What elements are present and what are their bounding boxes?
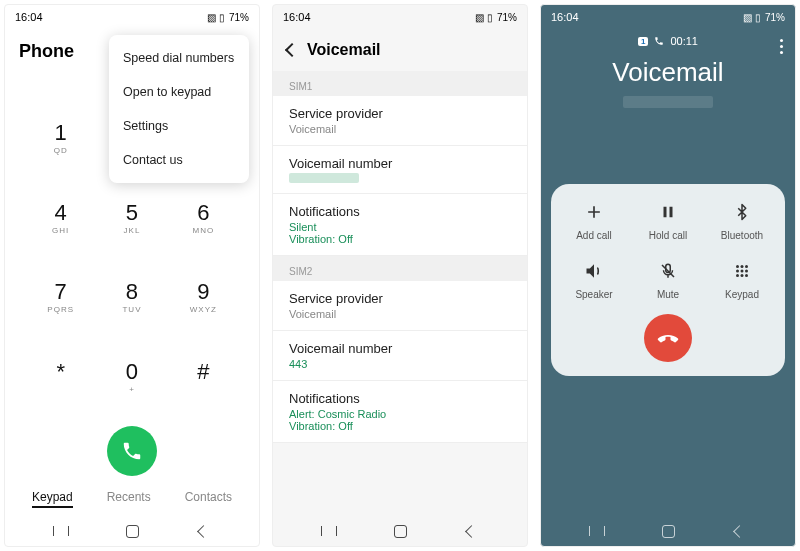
overflow-menu: Speed dial numbers Open to keypad Settin…: [109, 35, 249, 183]
svg-point-11: [745, 274, 748, 277]
nav-recents-button[interactable]: [582, 524, 612, 538]
speaker-button[interactable]: Speaker: [557, 259, 631, 300]
voicemail-settings-screen: 16:04 ▧ ▯ 71% Voicemail SIM1 Service pro…: [272, 4, 528, 547]
tab-keypad[interactable]: Keypad: [32, 490, 73, 508]
svg-point-8: [745, 270, 748, 273]
key-5[interactable]: 5JKL: [96, 202, 167, 258]
callee-name: Voicemail: [541, 57, 795, 88]
sim2-notifications[interactable]: Notifications Alert: Cosmic Radio Vibrat…: [273, 381, 527, 443]
phone-dialer-screen: 16:04 ▧ ▯ 71% Phone Speed dial numbers O…: [4, 4, 260, 547]
menu-open-keypad[interactable]: Open to keypad: [109, 75, 249, 109]
svg-point-6: [736, 270, 739, 273]
keypad-button[interactable]: Keypad: [705, 259, 779, 300]
nav-back-button[interactable]: [724, 524, 754, 538]
status-icons: ▧ ▯ 71%: [207, 12, 249, 23]
speaker-icon: [582, 259, 606, 283]
sim2-service-provider[interactable]: Service provider Voicemail: [273, 281, 527, 331]
svg-point-10: [741, 274, 744, 277]
svg-rect-1: [670, 207, 673, 218]
plus-icon: [582, 200, 606, 224]
active-call-screen: 16:04 ▧ ▯ 71% 1 00:11 Voicemail Add call…: [540, 4, 796, 547]
sim1-notifications[interactable]: Notifications Silent Vibration: Off: [273, 194, 527, 256]
sim2-voicemail-number[interactable]: Voicemail number 443: [273, 331, 527, 381]
status-bar: 16:04 ▧ ▯ 71%: [273, 5, 527, 29]
nav-home-button[interactable]: [117, 524, 147, 538]
key-star[interactable]: *: [25, 361, 96, 417]
nav-bar: [541, 516, 795, 546]
settings-header: Voicemail: [273, 29, 527, 71]
hold-call-button[interactable]: Hold call: [631, 200, 705, 241]
key-9[interactable]: 9WXYZ: [168, 281, 239, 337]
add-call-button[interactable]: Add call: [557, 200, 631, 241]
bottom-tabs: Keypad Recents Contacts: [5, 486, 259, 516]
phone-icon: [654, 36, 664, 46]
nav-bar: [273, 516, 527, 546]
status-bar: 16:04 ▧ ▯ 71%: [541, 5, 795, 29]
svg-rect-0: [664, 207, 667, 218]
key-6[interactable]: 6MNO: [168, 202, 239, 258]
tab-contacts[interactable]: Contacts: [185, 490, 232, 508]
bluetooth-button[interactable]: Bluetooth: [705, 200, 779, 241]
sim-badge: 1: [638, 37, 648, 46]
status-icons: ▧ ▯ 71%: [743, 12, 785, 23]
status-bar: 16:04 ▧ ▯ 71%: [5, 5, 259, 29]
nav-recents-button[interactable]: [46, 524, 76, 538]
svg-point-9: [736, 274, 739, 277]
nav-bar: [5, 516, 259, 546]
svg-point-3: [736, 265, 739, 268]
keypad-icon: [730, 259, 754, 283]
key-8[interactable]: 8TUV: [96, 281, 167, 337]
more-options-button[interactable]: [780, 39, 783, 54]
nav-recents-button[interactable]: [314, 524, 344, 538]
end-call-button[interactable]: [644, 314, 692, 362]
hangup-icon: [656, 326, 680, 350]
phone-icon: [121, 440, 143, 462]
menu-speed-dial[interactable]: Speed dial numbers: [109, 41, 249, 75]
key-0[interactable]: 0+: [96, 361, 167, 417]
mute-icon: [656, 259, 680, 283]
tab-recents[interactable]: Recents: [107, 490, 151, 508]
sim1-voicemail-number[interactable]: Voicemail number: [273, 146, 527, 194]
key-1[interactable]: 1QD: [25, 122, 96, 178]
status-time: 16:04: [283, 11, 311, 23]
svg-point-5: [745, 265, 748, 268]
sim1-label: SIM1: [273, 71, 527, 96]
call-duration-bar: 1 00:11: [541, 29, 795, 47]
menu-contact-us[interactable]: Contact us: [109, 143, 249, 177]
key-4[interactable]: 4GHI: [25, 202, 96, 258]
sim1-service-provider[interactable]: Service provider Voicemail: [273, 96, 527, 146]
status-time: 16:04: [15, 11, 43, 23]
sim2-label: SIM2: [273, 256, 527, 281]
nav-back-button[interactable]: [188, 524, 218, 538]
call-duration: 00:11: [670, 35, 698, 47]
back-icon[interactable]: [285, 43, 299, 57]
key-hash[interactable]: #: [168, 361, 239, 417]
menu-settings[interactable]: Settings: [109, 109, 249, 143]
mute-button[interactable]: Mute: [631, 259, 705, 300]
status-icons: ▧ ▯ 71%: [475, 12, 517, 23]
key-7[interactable]: 7PQRS: [25, 281, 96, 337]
status-time: 16:04: [551, 11, 579, 23]
bluetooth-icon: [730, 200, 754, 224]
callee-number: [623, 96, 713, 108]
call-controls-panel: Add call Hold call Bluetooth Speaker Mut…: [551, 184, 785, 376]
call-button[interactable]: [107, 426, 157, 476]
pause-icon: [656, 200, 680, 224]
nav-home-button[interactable]: [385, 524, 415, 538]
svg-point-4: [741, 265, 744, 268]
settings-title: Voicemail: [307, 41, 381, 59]
nav-home-button[interactable]: [653, 524, 683, 538]
svg-point-7: [741, 270, 744, 273]
nav-back-button[interactable]: [456, 524, 486, 538]
